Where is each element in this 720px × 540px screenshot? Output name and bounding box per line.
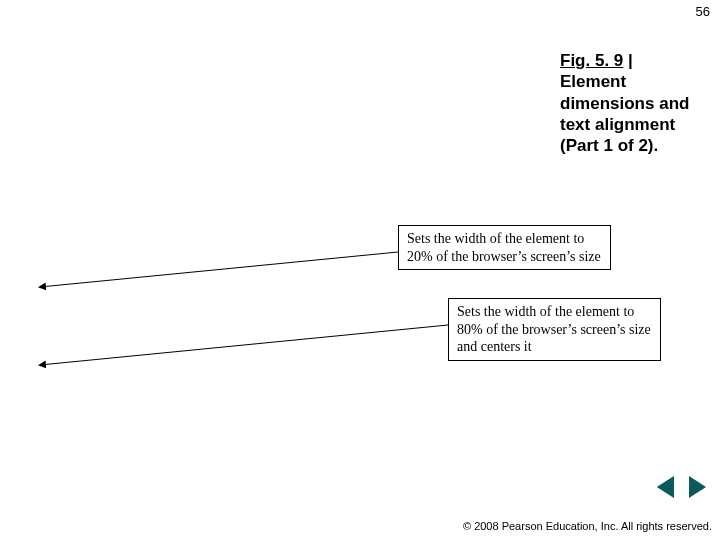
svg-line-0 — [40, 252, 398, 287]
prev-slide-button[interactable] — [654, 476, 676, 498]
copyright-text: © 2008 Pearson Education, Inc. All right… — [452, 520, 712, 534]
slide-nav — [654, 476, 708, 498]
triangle-right-icon — [689, 476, 706, 498]
page-number: 56 — [696, 4, 710, 19]
figure-link-text: Fig. 5. 9 — [560, 51, 623, 70]
next-slide-button[interactable] — [686, 476, 708, 498]
figure-separator: | — [623, 51, 632, 70]
callout-80pct-width-center: Sets the width of the element to 80% of … — [448, 298, 661, 361]
figure-caption: Element dimensions and text alignment (P… — [560, 72, 689, 155]
svg-line-1 — [40, 325, 448, 365]
triangle-left-icon — [657, 476, 674, 498]
figure-title: Fig. 5. 9 | Element dimensions and text … — [560, 50, 700, 156]
callout-20pct-width: Sets the width of the element to 20% of … — [398, 225, 611, 270]
